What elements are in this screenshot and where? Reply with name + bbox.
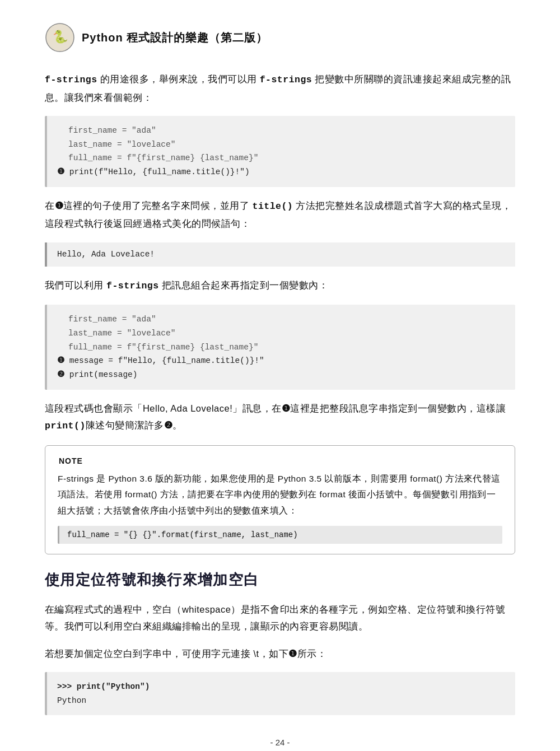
note-code: full_name = "{} {}".format(first_name, l…: [58, 526, 502, 544]
paragraph-6: 若想要加個定位空白到字串中，可使用字元連接 \t，如下❶所示：: [45, 645, 515, 663]
output-block-1: Hello, Ada Lovelace!: [45, 242, 515, 267]
book-logo-icon: 🐍: [45, 22, 75, 53]
paragraph-4: 這段程式碼也會顯示「Hello, Ada Lovelace!」訊息，在❶這裡是把…: [45, 400, 515, 435]
header: 🐍 Python 程式設計的樂趣（第二版）: [45, 22, 515, 53]
note-text: F-strings 是 Python 3.6 版的新功能，如果您使用的是 Pyt…: [58, 471, 502, 519]
code-block-2: first_name = "ada" last_name = "lovelace…: [45, 305, 515, 389]
paragraph-3: 我們可以利用 f-strings 把訊息組合起來再指定到一個變數內：: [45, 277, 515, 295]
svg-text:🐍: 🐍: [53, 29, 68, 44]
note-box: NOTE F-strings 是 Python 3.6 版的新功能，如果您使用的…: [45, 445, 515, 554]
code-block-1: first_name = "ada" last_name = "lovelace…: [45, 116, 515, 187]
section-heading: 使用定位符號和換行來增加空白: [45, 570, 515, 590]
header-title: Python 程式設計的樂趣（第二版）: [82, 30, 268, 45]
paragraph-1: f-strings 的用途很多，舉例來說，我們可以用 f-strings 把變數…: [45, 71, 515, 106]
code-block-3: >>> print("Python") Python: [45, 672, 515, 715]
paragraph-5: 在編寫程式式的過程中，空白（whitespace）是指不會印出來的各種字元，例如…: [45, 601, 515, 635]
paragraph-2: 在❶這裡的句子使用了完整名字來問候，並用了 title() 方法把完整姓名設成標…: [45, 197, 515, 232]
page: 🐍 Python 程式設計的樂趣（第二版） f-strings 的用途很多，舉例…: [0, 0, 560, 751]
page-number: - 24 -: [45, 738, 515, 747]
note-label: NOTE: [55, 456, 86, 465]
